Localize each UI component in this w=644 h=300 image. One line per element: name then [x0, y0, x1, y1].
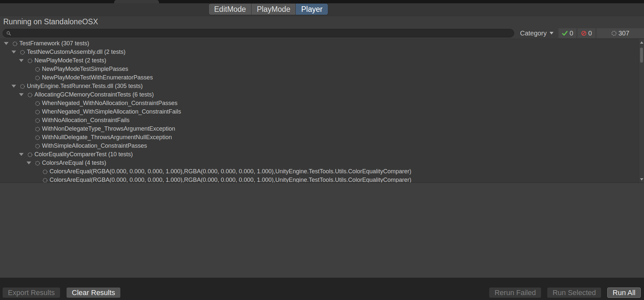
- test-status-not-run-icon: [35, 118, 40, 123]
- failed-count: 0: [588, 30, 592, 37]
- expand-collapse-icon[interactable]: [19, 59, 24, 62]
- not-run-count-button[interactable]: 307: [596, 28, 644, 38]
- test-tree-row[interactable]: WhenNegated_WithNoAllocation_ConstraintP…: [0, 99, 639, 107]
- test-tree-row[interactable]: ColorsAreEqual(RGBA(0.000, 0.000, 0.000,…: [0, 176, 639, 182]
- run-selected-button: Run Selected: [547, 288, 601, 298]
- category-label: Category: [520, 30, 547, 37]
- test-name: NewPlayModeTest (2 tests): [34, 57, 106, 64]
- test-name: NewPlayModeTestWithEnumeratorPasses: [42, 74, 153, 81]
- test-name: WhenNegated_WithNoAllocation_ConstraintP…: [42, 100, 177, 107]
- scroll-thumb[interactable]: [640, 48, 643, 63]
- test-status-not-run-icon: [35, 143, 40, 148]
- test-status-not-run-icon: [35, 67, 40, 72]
- footer-toolbar: Export ResultsClear Results Rerun Failed…: [0, 278, 644, 300]
- test-tree-row[interactable]: WithSimpleAllocation_ConstraintPasses: [0, 141, 639, 150]
- status-bar: Running on StandaloneOSX: [0, 16, 644, 28]
- mode-tab-playmode[interactable]: PlayMode: [251, 4, 295, 15]
- test-name: ColorsAreEqual (4 tests): [42, 160, 106, 166]
- scroll-up-button[interactable]: [639, 40, 644, 45]
- test-status-not-run-icon: [12, 41, 17, 46]
- test-status-not-run-icon: [28, 152, 32, 157]
- test-name: UnityEngine.TestRunner.Tests.dll (305 te…: [27, 83, 143, 90]
- footer-right-buttons: Rerun FailedRun SelectedRun All: [489, 288, 641, 298]
- test-status-not-run-icon: [20, 84, 25, 89]
- expand-collapse-icon[interactable]: [11, 51, 16, 54]
- passed-count: 0: [570, 30, 573, 37]
- mode-tab-group: EditModePlayModePlayer: [209, 4, 328, 15]
- test-name: WhenNegated_WithSimpleAllocation_Constra…: [42, 108, 181, 115]
- expand-collapse-icon[interactable]: [19, 153, 24, 156]
- test-name: WithSimpleAllocation_ConstraintPasses: [42, 142, 147, 149]
- test-tree-row[interactable]: ColorsAreEqual (4 tests): [0, 159, 639, 167]
- status-line: Running on StandaloneOSX: [3, 17, 98, 26]
- test-tree-panel: TestFramework (307 tests)TestNewCustomAs…: [0, 39, 644, 182]
- window-tab-notch: [114, 0, 159, 3]
- test-tree-row[interactable]: WithNoAllocation_ConstraintFails: [0, 116, 639, 124]
- test-name: TestFramework (307 tests): [19, 40, 89, 47]
- test-tree: TestFramework (307 tests)TestNewCustomAs…: [0, 39, 639, 182]
- scroll-down-icon: [640, 178, 643, 181]
- not-run-count: 307: [618, 30, 629, 37]
- test-status-not-run-icon: [35, 109, 40, 114]
- mode-tab-bar: EditModePlayModePlayer: [0, 3, 644, 16]
- test-tree-row[interactable]: AllocatingGCMemoryConstraintTests (6 tes…: [0, 90, 639, 99]
- result-count-filters: 0 0 307: [557, 28, 644, 38]
- rerun-failed-button: Rerun Failed: [489, 288, 541, 298]
- test-tree-row[interactable]: WithNonDelegateType_ThrowsArgumentExcept…: [0, 124, 639, 133]
- passed-count-button[interactable]: 0: [558, 28, 576, 38]
- test-name: AllocatingGCMemoryConstraintTests (6 tes…: [34, 91, 154, 98]
- test-tree-row[interactable]: WithNullDelegate_ThrowsArgumentNullExcep…: [0, 133, 639, 141]
- footer-left-buttons: Export ResultsClear Results: [3, 288, 120, 298]
- test-status-not-run-icon: [43, 169, 48, 174]
- search-input[interactable]: [13, 30, 511, 37]
- test-tree-row[interactable]: NewPlayModeTestSimplePasses: [0, 65, 639, 73]
- test-tree-row[interactable]: NewPlayModeTestWithEnumeratorPasses: [0, 73, 639, 82]
- test-name: NewPlayModeTestSimplePasses: [42, 66, 128, 73]
- test-tree-row[interactable]: TestFramework (307 tests): [0, 39, 639, 48]
- test-name: WithNoAllocation_ConstraintFails: [42, 117, 130, 124]
- test-name: ColorEqualityComparerTest (10 tests): [34, 151, 133, 158]
- mode-tab-player[interactable]: Player: [295, 4, 328, 15]
- pass-icon: [562, 30, 568, 36]
- tree-scrollbar[interactable]: [639, 39, 644, 182]
- test-status-not-run-icon: [20, 50, 25, 54]
- test-tree-row[interactable]: WhenNegated_WithSimpleAllocation_Constra…: [0, 107, 639, 116]
- mode-tab-editmode[interactable]: EditMode: [209, 4, 251, 15]
- clear-results-button[interactable]: Clear Results: [67, 288, 120, 298]
- test-status-not-run-icon: [35, 101, 40, 106]
- test-status-not-run-icon: [35, 135, 40, 140]
- chevron-down-icon: [550, 32, 553, 34]
- test-detail-pane: [0, 182, 644, 278]
- test-name: WithNonDelegateType_ThrowsArgumentExcept…: [42, 125, 175, 132]
- run-all-button[interactable]: Run All: [607, 288, 641, 298]
- test-status-not-run-icon: [28, 92, 32, 97]
- not-run-icon: [611, 31, 617, 36]
- test-tree-row[interactable]: NewPlayModeTest (2 tests): [0, 56, 639, 65]
- test-status-not-run-icon: [35, 161, 40, 165]
- filter-toolbar: Category 0 0 307: [0, 28, 644, 39]
- test-name: ColorsAreEqual(RGBA(0.000, 0.000, 0.000,…: [50, 168, 412, 175]
- test-status-not-run-icon: [35, 75, 40, 80]
- expand-collapse-icon[interactable]: [11, 85, 16, 88]
- window-top-strip: [0, 0, 644, 3]
- search-icon: [6, 31, 11, 36]
- expand-collapse-icon[interactable]: [27, 161, 31, 164]
- test-tree-row[interactable]: ColorsAreEqual(RGBA(0.000, 0.000, 0.000,…: [0, 167, 639, 176]
- export-results-button: Export Results: [3, 288, 60, 298]
- expand-collapse-icon[interactable]: [4, 42, 9, 45]
- test-tree-row[interactable]: ColorEqualityComparerTest (10 tests): [0, 150, 639, 159]
- expand-collapse-icon[interactable]: [19, 93, 24, 96]
- scroll-down-button[interactable]: [639, 177, 644, 182]
- failed-count-button[interactable]: 0: [577, 28, 595, 38]
- test-tree-row[interactable]: UnityEngine.TestRunner.Tests.dll (305 te…: [0, 82, 639, 90]
- search-box[interactable]: [3, 29, 514, 37]
- test-tree-row[interactable]: TestNewCustomAssembly.dll (2 tests): [0, 48, 639, 56]
- category-dropdown[interactable]: Category: [517, 28, 557, 38]
- scroll-up-icon: [640, 41, 643, 44]
- test-status-not-run-icon: [35, 126, 40, 131]
- fail-icon: [581, 31, 587, 36]
- test-name: ColorsAreEqual(RGBA(0.000, 0.000, 0.000,…: [50, 177, 412, 183]
- test-name: WithNullDelegate_ThrowsArgumentNullExcep…: [42, 134, 172, 141]
- test-name: TestNewCustomAssembly.dll (2 tests): [27, 49, 126, 55]
- test-status-not-run-icon: [28, 58, 32, 63]
